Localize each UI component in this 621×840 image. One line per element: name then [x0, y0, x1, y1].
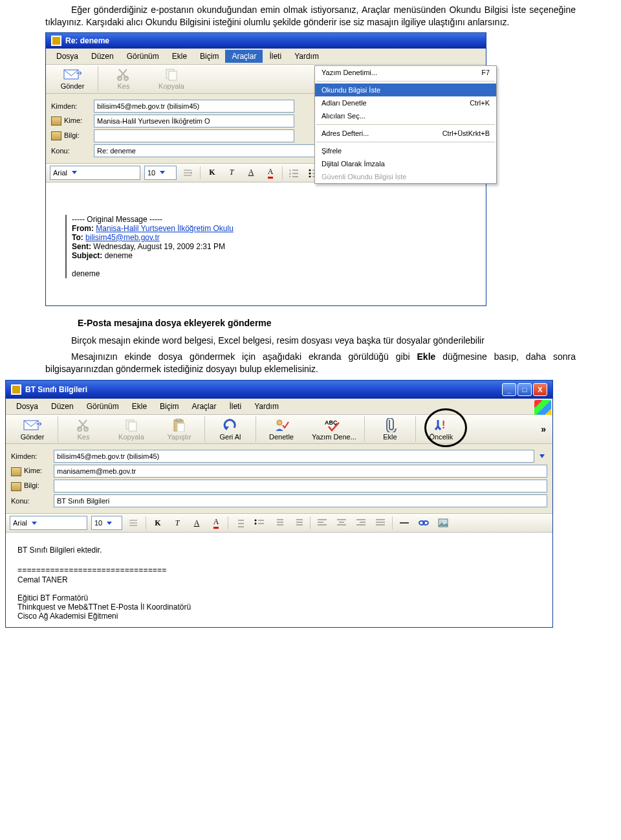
color-button[interactable]: A	[208, 516, 224, 530]
para-style-button[interactable]	[126, 516, 142, 530]
dd-yazim-denetimi[interactable]: Yazım Denetimi...F7	[315, 66, 496, 79]
cut-button[interactable]: Kes	[100, 66, 147, 91]
chevron-down-icon	[30, 522, 39, 525]
header-form: Kimden: bilisim45@meb.gov.tr (bilisim45)…	[6, 444, 552, 514]
paste-button[interactable]: Yapıştır	[155, 417, 203, 442]
svg-point-19	[277, 420, 282, 425]
svg-text:ABÇ: ABÇ	[325, 419, 338, 426]
svg-point-22	[255, 520, 257, 522]
menu-ekle[interactable]: Ekle	[125, 400, 153, 413]
align-right-button[interactable]	[353, 516, 369, 530]
cc-label: Bilgi:	[51, 131, 94, 140]
subject-input[interactable]: BT Sınıfı Bilgileri	[54, 494, 547, 507]
menu-gorunum[interactable]: Görünüm	[80, 400, 125, 413]
from-label: Kimden:	[11, 452, 54, 460]
to-label: Kime:	[51, 116, 94, 126]
copy-icon	[122, 418, 140, 432]
menu-ileti[interactable]: İleti	[223, 400, 248, 413]
menu-araclar[interactable]: Araçlar	[225, 50, 263, 63]
toolbar-overflow[interactable]: »	[537, 424, 550, 434]
cc-input[interactable]	[94, 129, 294, 142]
menu-bicim[interactable]: Biçim	[193, 50, 225, 63]
attach-button[interactable]: Ekle	[366, 417, 414, 442]
menu-yardim[interactable]: Yardım	[288, 50, 325, 63]
from-input[interactable]: bilisim45@meb.gov.tr (bilisim45)	[94, 100, 294, 113]
maximize-button[interactable]: □	[518, 383, 532, 396]
mail-icon	[51, 36, 61, 46]
addressbook-icon	[11, 482, 21, 491]
mail-body[interactable]: ----- Original Message ----- From: Manis…	[46, 182, 486, 305]
para-style-button[interactable]	[180, 166, 196, 180]
dd-alicilari-sec[interactable]: Alıcıları Seç...	[315, 109, 496, 122]
svg-point-9	[309, 172, 311, 174]
svg-text:3: 3	[289, 175, 291, 177]
link-button[interactable]	[416, 516, 431, 530]
menu-duzen[interactable]: Düzen	[85, 50, 120, 63]
underline-button[interactable]: A	[243, 166, 259, 180]
undo-button[interactable]: Geri Al	[206, 417, 254, 442]
align-left-button[interactable]	[314, 516, 330, 530]
menu-dosya[interactable]: Dosya	[10, 400, 45, 413]
bold-button[interactable]: K	[150, 516, 166, 530]
check-button[interactable]: Denetle	[257, 417, 305, 442]
cut-button[interactable]: Kes	[60, 417, 107, 442]
hr-button[interactable]	[397, 516, 412, 530]
italic-button[interactable]: T	[224, 166, 239, 180]
copy-button[interactable]: Kopyala	[107, 417, 155, 442]
window-title: BT Sınıfı Bilgileri	[25, 385, 87, 394]
subject-label: Konu:	[51, 147, 94, 155]
dd-okundu-bilgisi-iste[interactable]: Okundu Bilgisi İste	[315, 83, 496, 96]
format-bar: Arial 10 K T A A	[6, 514, 552, 533]
from-input[interactable]: bilisim45@meb.gov.tr (bilisim45)	[54, 450, 534, 463]
chevron-down-icon[interactable]	[537, 454, 547, 458]
to-input[interactable]: manisamem@meb.gov.tr	[54, 465, 547, 478]
underline-button[interactable]: A	[189, 516, 204, 530]
send-button[interactable]: Gönder	[49, 66, 96, 91]
menu-gorunum[interactable]: Görünüm	[120, 50, 166, 63]
scissors-icon	[74, 418, 93, 432]
color-button[interactable]: A	[263, 166, 278, 180]
menu-araclar[interactable]: Araçlar	[185, 400, 223, 413]
cc-input[interactable]	[54, 480, 547, 492]
align-justify-button[interactable]	[373, 516, 388, 530]
menu-dosya[interactable]: Dosya	[50, 50, 85, 63]
numlist-button[interactable]: 123	[287, 166, 302, 180]
titlebar: BT Sınıfı Bilgileri _ □ X	[6, 381, 552, 399]
numlist-button[interactable]	[232, 516, 248, 530]
menu-ekle[interactable]: Ekle	[166, 50, 193, 63]
scissors-icon	[114, 67, 133, 82]
size-combo[interactable]: 10	[91, 516, 122, 530]
dd-sifrele[interactable]: Şifrele	[315, 144, 496, 157]
indent-button[interactable]	[290, 516, 306, 530]
from-link[interactable]: Manisa-Halil Yurtseven İlköğretim Okulu	[96, 224, 234, 233]
menu-duzen[interactable]: Düzen	[45, 400, 80, 413]
align-center-button[interactable]	[334, 516, 349, 530]
cc-label: Bilgi:	[11, 481, 54, 491]
italic-button[interactable]: T	[169, 516, 185, 530]
minimize-button[interactable]: _	[502, 383, 516, 396]
font-combo[interactable]: Arial	[10, 516, 87, 530]
menu-yardim[interactable]: Yardım	[248, 400, 285, 413]
mail-body[interactable]: BT Sınıfı Bilgileri ektedir. ===========…	[6, 533, 552, 627]
send-button[interactable]: Gönder	[8, 417, 56, 442]
menu-bicim[interactable]: Biçim	[153, 400, 185, 413]
outdent-button[interactable]	[271, 516, 287, 530]
font-combo[interactable]: Arial	[50, 166, 140, 180]
bullist-button[interactable]	[252, 516, 267, 530]
chevron-down-icon	[105, 522, 114, 525]
copy-button[interactable]: Kopyala	[147, 66, 195, 91]
envelope-icon	[23, 418, 41, 432]
dd-dijital-imzala[interactable]: Dijital Olarak İmzala	[315, 157, 496, 170]
dd-adres-defteri[interactable]: Adres Defteri...Ctrl+ÜstKrkt+B	[315, 127, 496, 140]
image-button[interactable]	[435, 516, 451, 530]
close-button[interactable]: X	[533, 383, 547, 396]
dd-adlari-denetle[interactable]: Adları DenetleCtrl+K	[315, 96, 496, 109]
size-combo[interactable]: 10	[144, 166, 177, 180]
envelope-icon	[63, 67, 82, 82]
menu-ileti[interactable]: İleti	[263, 50, 288, 63]
to-label: Kime:	[11, 467, 54, 476]
to-input[interactable]: Manisa-Halil Yurtseven İlköğretim O	[94, 115, 294, 127]
spellcheck-button[interactable]: ABÇ Yazım Dene...	[305, 417, 363, 442]
bold-button[interactable]: K	[204, 166, 220, 180]
to-link[interactable]: bilisim45@meb.gov.tr	[85, 233, 160, 242]
